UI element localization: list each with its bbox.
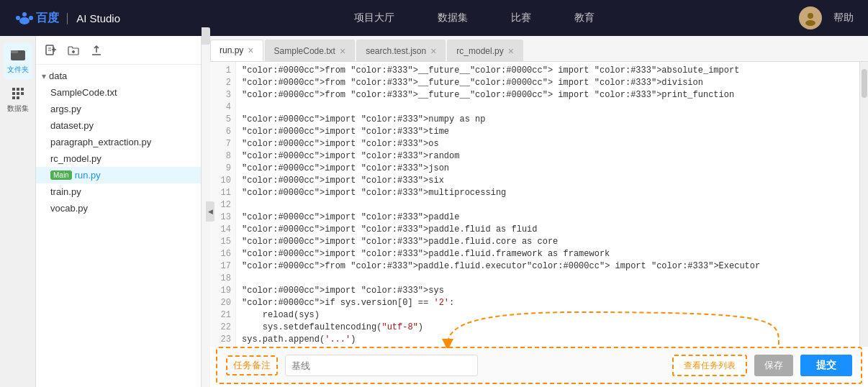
- save-button[interactable]: 保存: [754, 355, 793, 376]
- tab-run-py[interactable]: run.py ×: [210, 40, 263, 61]
- close-icon[interactable]: ×: [340, 45, 345, 57]
- svg-rect-14: [12, 96, 15, 99]
- view-tasks-button[interactable]: 查看任务列表: [672, 355, 747, 376]
- nav-menu: 项目大厅 数据集 比赛 教育: [149, 12, 799, 24]
- svg-rect-15: [17, 96, 19, 99]
- list-item[interactable]: args.py: [36, 101, 201, 117]
- collapse-panel-button[interactable]: ◀: [206, 201, 214, 222]
- data-folder[interactable]: ▾ data: [36, 68, 201, 84]
- scrollbar-thumb[interactable]: [862, 69, 867, 98]
- panel-collapse-arrow[interactable]: [202, 27, 210, 45]
- chevron-left-icon: ◀: [208, 208, 213, 215]
- svg-rect-10: [21, 88, 24, 91]
- files-label: 文件夹: [7, 65, 29, 75]
- editor-area: ◀ run.py × SampleCode.txt × search.test.…: [210, 36, 868, 387]
- submit-bar: 任务备注 查看任务列表 保存 提交: [216, 347, 862, 384]
- svg-rect-13: [21, 92, 24, 95]
- list-item[interactable]: paragraph_extraction.py: [36, 134, 201, 150]
- svg-rect-8: [12, 88, 15, 91]
- tab-label: SampleCode.txt: [274, 46, 335, 56]
- svg-point-1: [22, 12, 27, 17]
- top-navigation: 百度 │ AI Studio 项目大厅 数据集 比赛 教育 帮助: [0, 0, 868, 36]
- svg-rect-11: [12, 92, 15, 95]
- code-content[interactable]: "color:#0000cc">from "color:#333">__futu…: [236, 62, 859, 347]
- list-item-active[interactable]: Main run.py: [36, 167, 201, 183]
- close-icon[interactable]: ×: [430, 45, 436, 57]
- close-icon[interactable]: ×: [508, 45, 514, 57]
- svg-point-0: [16, 16, 20, 20]
- list-item[interactable]: vocab.py: [36, 200, 201, 217]
- task-note-label: 任务备注: [226, 355, 278, 375]
- svg-point-3: [19, 17, 30, 24]
- code-editor: 123456789101112131415161718192021222324 …: [210, 62, 868, 347]
- tab-label: run.py: [220, 45, 243, 55]
- close-icon[interactable]: ×: [248, 45, 253, 56]
- new-file-button[interactable]: [42, 42, 59, 59]
- tab-label: search.test.json: [366, 46, 426, 56]
- file-name: train.py: [50, 186, 81, 197]
- file-name: paragraph_extraction.py: [50, 137, 151, 147]
- nav-datasets[interactable]: 数据集: [438, 12, 468, 24]
- tab-samplecode[interactable]: SampleCode.txt ×: [265, 40, 356, 61]
- svg-point-2: [29, 16, 33, 20]
- tab-search-test[interactable]: search.test.json ×: [356, 40, 446, 61]
- sidebar-item-files[interactable]: 文件夹: [4, 43, 32, 79]
- svg-rect-9: [17, 88, 19, 91]
- editor-tabs: run.py × SampleCode.txt × search.test.js…: [210, 36, 868, 62]
- scrollbar[interactable]: [859, 62, 868, 347]
- svg-point-5: [805, 20, 815, 26]
- file-name: args.py: [50, 104, 81, 114]
- file-toolbar: [36, 36, 201, 65]
- nav-projects[interactable]: 项目大厅: [354, 12, 394, 24]
- datasets-label: 数据集: [7, 104, 29, 114]
- nav-education[interactable]: 教育: [574, 12, 595, 24]
- ai-studio-text: AI Studio: [76, 12, 120, 24]
- submit-button[interactable]: 提交: [800, 355, 852, 376]
- datasets-icon: [11, 86, 25, 102]
- folder-icon: [11, 47, 25, 63]
- list-item[interactable]: rc_model.py: [36, 150, 201, 167]
- file-name: dataset.py: [50, 120, 94, 131]
- file-name: vocab.py: [50, 203, 88, 214]
- logo: 百度 │ AI Studio: [14, 11, 120, 26]
- nav-competitions[interactable]: 比赛: [511, 12, 531, 24]
- user-avatar[interactable]: [799, 6, 822, 29]
- main-layout: 文件夹 数据集: [0, 36, 868, 387]
- tab-rc-model[interactable]: rc_model.py ×: [447, 40, 523, 61]
- main-badge: Main: [50, 170, 72, 180]
- file-list: ▾ data SampleCode.txt args.py dataset.py…: [36, 65, 201, 387]
- sidebar-icons: 文件夹 数据集: [0, 36, 36, 387]
- baseline-input[interactable]: [285, 355, 478, 376]
- svg-point-4: [808, 13, 813, 19]
- svg-rect-7: [11, 50, 18, 53]
- upload-button[interactable]: [88, 42, 105, 59]
- new-folder-button[interactable]: [65, 42, 82, 59]
- file-name-active: run.py: [75, 170, 101, 181]
- baidu-logo: 百度: [14, 11, 59, 26]
- list-item[interactable]: train.py: [36, 183, 201, 200]
- list-item[interactable]: SampleCode.txt: [36, 84, 201, 101]
- help-link[interactable]: 帮助: [833, 12, 854, 24]
- file-name: SampleCode.txt: [50, 87, 117, 98]
- chevron-down-icon: ▾: [42, 71, 46, 81]
- nav-right: 帮助: [799, 6, 854, 29]
- sidebar-item-datasets[interactable]: 数据集: [4, 82, 32, 118]
- logo-divider: │: [65, 13, 71, 24]
- folder-name: data: [49, 70, 67, 81]
- tab-label: rc_model.py: [456, 46, 503, 56]
- file-panel: ▾ data SampleCode.txt args.py dataset.py…: [36, 36, 202, 387]
- list-item[interactable]: dataset.py: [36, 117, 201, 134]
- svg-rect-12: [17, 92, 19, 95]
- file-name: rc_model.py: [50, 153, 101, 164]
